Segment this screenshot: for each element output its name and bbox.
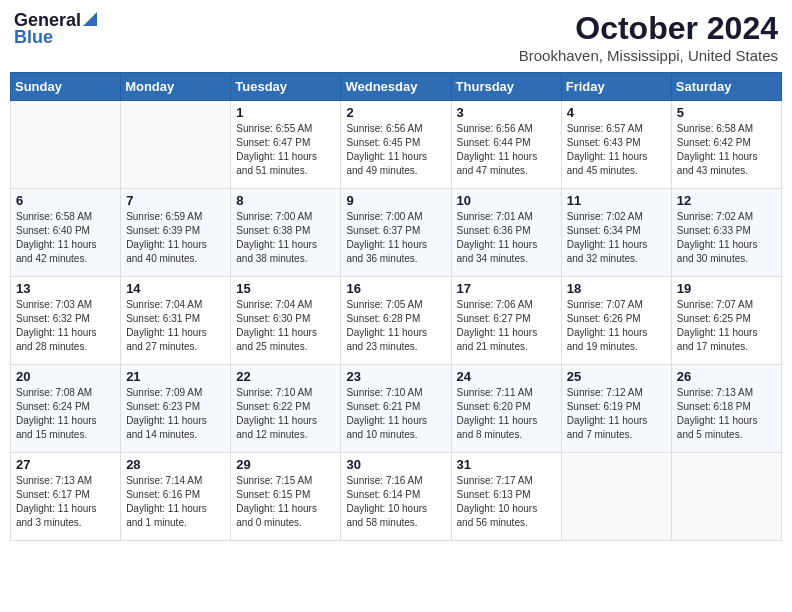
month-title: October 2024 [519, 10, 778, 47]
day-number: 13 [16, 281, 115, 296]
daylight-text: Daylight: 10 hours and 58 minutes. [346, 503, 427, 528]
daylight-text: Daylight: 11 hours and 15 minutes. [16, 415, 97, 440]
daylight-text: Daylight: 11 hours and 0 minutes. [236, 503, 317, 528]
calendar-cell: 23Sunrise: 7:10 AMSunset: 6:21 PMDayligh… [341, 365, 451, 453]
sunrise-text: Sunrise: 7:07 AM [677, 299, 753, 310]
sunset-text: Sunset: 6:40 PM [16, 225, 90, 236]
day-info: Sunrise: 7:13 AMSunset: 6:17 PMDaylight:… [16, 474, 115, 530]
daylight-text: Daylight: 11 hours and 36 minutes. [346, 239, 427, 264]
sunset-text: Sunset: 6:19 PM [567, 401, 641, 412]
logo-blue-text: Blue [14, 27, 97, 48]
day-info: Sunrise: 6:56 AMSunset: 6:44 PMDaylight:… [457, 122, 556, 178]
sunset-text: Sunset: 6:38 PM [236, 225, 310, 236]
sunrise-text: Sunrise: 7:10 AM [346, 387, 422, 398]
calendar-cell: 14Sunrise: 7:04 AMSunset: 6:31 PMDayligh… [121, 277, 231, 365]
calendar-week-row: 27Sunrise: 7:13 AMSunset: 6:17 PMDayligh… [11, 453, 782, 541]
calendar-cell: 26Sunrise: 7:13 AMSunset: 6:18 PMDayligh… [671, 365, 781, 453]
calendar-week-row: 13Sunrise: 7:03 AMSunset: 6:32 PMDayligh… [11, 277, 782, 365]
sunset-text: Sunset: 6:20 PM [457, 401, 531, 412]
day-info: Sunrise: 7:00 AMSunset: 6:38 PMDaylight:… [236, 210, 335, 266]
day-number: 11 [567, 193, 666, 208]
daylight-text: Daylight: 10 hours and 56 minutes. [457, 503, 538, 528]
sunset-text: Sunset: 6:34 PM [567, 225, 641, 236]
day-number: 27 [16, 457, 115, 472]
daylight-text: Daylight: 11 hours and 23 minutes. [346, 327, 427, 352]
daylight-text: Daylight: 11 hours and 12 minutes. [236, 415, 317, 440]
day-number: 31 [457, 457, 556, 472]
day-info: Sunrise: 7:17 AMSunset: 6:13 PMDaylight:… [457, 474, 556, 530]
daylight-text: Daylight: 11 hours and 51 minutes. [236, 151, 317, 176]
calendar-cell: 17Sunrise: 7:06 AMSunset: 6:27 PMDayligh… [451, 277, 561, 365]
day-number: 7 [126, 193, 225, 208]
svg-marker-0 [83, 12, 97, 26]
sunset-text: Sunset: 6:15 PM [236, 489, 310, 500]
calendar-cell: 19Sunrise: 7:07 AMSunset: 6:25 PMDayligh… [671, 277, 781, 365]
sunset-text: Sunset: 6:26 PM [567, 313, 641, 324]
weekday-header-wednesday: Wednesday [341, 73, 451, 101]
sunset-text: Sunset: 6:45 PM [346, 137, 420, 148]
calendar-cell [561, 453, 671, 541]
day-number: 26 [677, 369, 776, 384]
sunrise-text: Sunrise: 7:12 AM [567, 387, 643, 398]
sunrise-text: Sunrise: 7:09 AM [126, 387, 202, 398]
sunrise-text: Sunrise: 7:14 AM [126, 475, 202, 486]
calendar-cell: 13Sunrise: 7:03 AMSunset: 6:32 PMDayligh… [11, 277, 121, 365]
daylight-text: Daylight: 11 hours and 49 minutes. [346, 151, 427, 176]
sunset-text: Sunset: 6:47 PM [236, 137, 310, 148]
sunrise-text: Sunrise: 7:04 AM [236, 299, 312, 310]
daylight-text: Daylight: 11 hours and 30 minutes. [677, 239, 758, 264]
daylight-text: Daylight: 11 hours and 3 minutes. [16, 503, 97, 528]
daylight-text: Daylight: 11 hours and 1 minute. [126, 503, 207, 528]
daylight-text: Daylight: 11 hours and 14 minutes. [126, 415, 207, 440]
day-info: Sunrise: 7:02 AMSunset: 6:33 PMDaylight:… [677, 210, 776, 266]
day-info: Sunrise: 7:14 AMSunset: 6:16 PMDaylight:… [126, 474, 225, 530]
day-number: 19 [677, 281, 776, 296]
sunrise-text: Sunrise: 7:08 AM [16, 387, 92, 398]
daylight-text: Daylight: 11 hours and 42 minutes. [16, 239, 97, 264]
calendar-cell: 11Sunrise: 7:02 AMSunset: 6:34 PMDayligh… [561, 189, 671, 277]
day-number: 21 [126, 369, 225, 384]
sunrise-text: Sunrise: 7:02 AM [677, 211, 753, 222]
sunrise-text: Sunrise: 7:15 AM [236, 475, 312, 486]
day-info: Sunrise: 7:13 AMSunset: 6:18 PMDaylight:… [677, 386, 776, 442]
sunrise-text: Sunrise: 6:55 AM [236, 123, 312, 134]
calendar-cell: 18Sunrise: 7:07 AMSunset: 6:26 PMDayligh… [561, 277, 671, 365]
sunrise-text: Sunrise: 6:56 AM [346, 123, 422, 134]
calendar-cell: 4Sunrise: 6:57 AMSunset: 6:43 PMDaylight… [561, 101, 671, 189]
day-number: 2 [346, 105, 445, 120]
sunset-text: Sunset: 6:25 PM [677, 313, 751, 324]
calendar-cell [671, 453, 781, 541]
day-number: 28 [126, 457, 225, 472]
day-info: Sunrise: 7:11 AMSunset: 6:20 PMDaylight:… [457, 386, 556, 442]
daylight-text: Daylight: 11 hours and 32 minutes. [567, 239, 648, 264]
calendar-week-row: 6Sunrise: 6:58 AMSunset: 6:40 PMDaylight… [11, 189, 782, 277]
calendar-week-row: 1Sunrise: 6:55 AMSunset: 6:47 PMDaylight… [11, 101, 782, 189]
sunset-text: Sunset: 6:28 PM [346, 313, 420, 324]
calendar-cell: 29Sunrise: 7:15 AMSunset: 6:15 PMDayligh… [231, 453, 341, 541]
weekday-header-row: SundayMondayTuesdayWednesdayThursdayFrid… [11, 73, 782, 101]
calendar-cell: 15Sunrise: 7:04 AMSunset: 6:30 PMDayligh… [231, 277, 341, 365]
daylight-text: Daylight: 11 hours and 8 minutes. [457, 415, 538, 440]
sunrise-text: Sunrise: 7:16 AM [346, 475, 422, 486]
calendar-table: SundayMondayTuesdayWednesdayThursdayFrid… [10, 72, 782, 541]
calendar-cell: 16Sunrise: 7:05 AMSunset: 6:28 PMDayligh… [341, 277, 451, 365]
day-number: 18 [567, 281, 666, 296]
sunrise-text: Sunrise: 6:56 AM [457, 123, 533, 134]
day-number: 4 [567, 105, 666, 120]
sunrise-text: Sunrise: 7:11 AM [457, 387, 533, 398]
day-number: 12 [677, 193, 776, 208]
calendar-cell: 12Sunrise: 7:02 AMSunset: 6:33 PMDayligh… [671, 189, 781, 277]
day-info: Sunrise: 7:04 AMSunset: 6:31 PMDaylight:… [126, 298, 225, 354]
sunset-text: Sunset: 6:24 PM [16, 401, 90, 412]
calendar-cell: 21Sunrise: 7:09 AMSunset: 6:23 PMDayligh… [121, 365, 231, 453]
daylight-text: Daylight: 11 hours and 19 minutes. [567, 327, 648, 352]
day-info: Sunrise: 6:58 AMSunset: 6:40 PMDaylight:… [16, 210, 115, 266]
day-number: 17 [457, 281, 556, 296]
day-info: Sunrise: 7:15 AMSunset: 6:15 PMDaylight:… [236, 474, 335, 530]
daylight-text: Daylight: 11 hours and 45 minutes. [567, 151, 648, 176]
sunrise-text: Sunrise: 7:00 AM [236, 211, 312, 222]
weekday-header-tuesday: Tuesday [231, 73, 341, 101]
daylight-text: Daylight: 11 hours and 10 minutes. [346, 415, 427, 440]
day-info: Sunrise: 7:08 AMSunset: 6:24 PMDaylight:… [16, 386, 115, 442]
day-number: 1 [236, 105, 335, 120]
